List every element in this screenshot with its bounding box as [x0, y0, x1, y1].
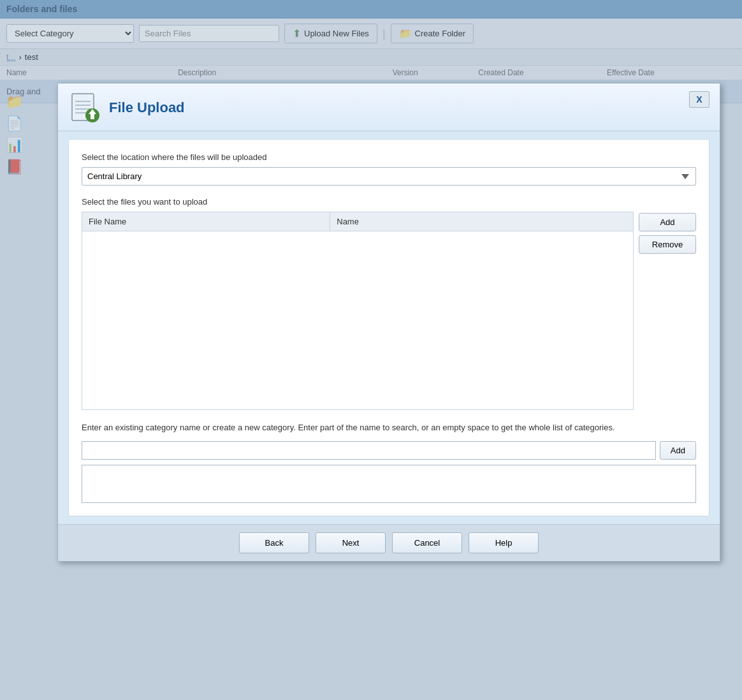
modal-icon — [68, 91, 101, 124]
cancel-button[interactable]: Cancel — [392, 532, 462, 553]
table-row — [82, 231, 634, 410]
category-input-row: Add — [82, 441, 696, 460]
files-section-label: Select the files you want to upload — [82, 197, 696, 207]
modal-close-button[interactable]: X — [689, 91, 709, 108]
file-upload-modal: File Upload X Select the location where … — [57, 83, 720, 562]
modal-title-left: File Upload — [68, 91, 185, 124]
back-button[interactable]: Back — [239, 532, 309, 553]
category-search-input[interactable] — [82, 441, 656, 460]
category-add-button[interactable]: Add — [660, 441, 696, 460]
help-button[interactable]: Help — [469, 532, 539, 553]
col-name-header: Name — [330, 212, 634, 231]
add-file-button[interactable]: Add — [639, 213, 696, 231]
modal-footer: Back Next Cancel Help — [58, 524, 720, 561]
files-table: File Name Name — [82, 212, 634, 410]
location-label: Select the location where the files will… — [82, 152, 696, 162]
category-hint: Enter an existing category name or creat… — [82, 421, 696, 435]
modal-body: Select the location where the files will… — [68, 139, 709, 516]
modal-title-bar: File Upload X — [58, 84, 720, 131]
next-button[interactable]: Next — [316, 532, 386, 553]
files-table-buttons: Add Remove — [639, 212, 696, 410]
category-list-box[interactable] — [82, 465, 696, 503]
files-table-container: File Name Name Add Remove — [82, 212, 696, 410]
modal-title: File Upload — [109, 99, 185, 116]
close-icon: X — [696, 94, 702, 105]
location-select[interactable]: Central Library Local Library Shared Lib… — [82, 167, 696, 186]
remove-file-button[interactable]: Remove — [639, 235, 696, 254]
col-filename-header: File Name — [82, 212, 330, 231]
